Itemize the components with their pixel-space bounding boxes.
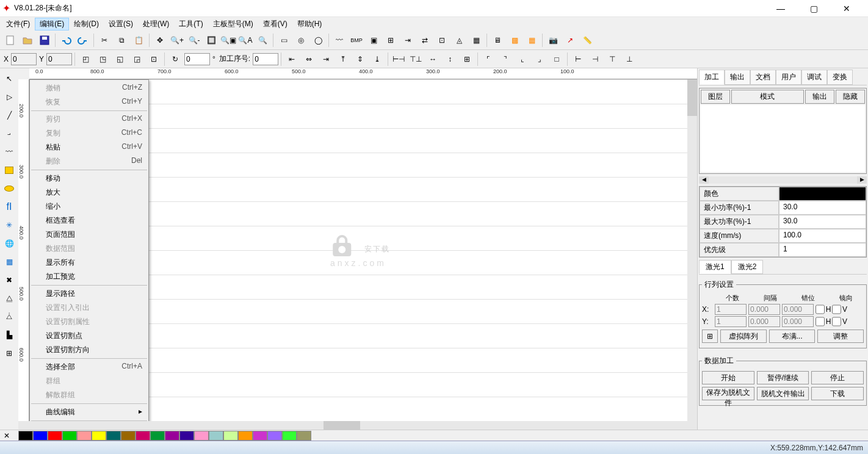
mirror-h-icon[interactable]: ⧋ [1, 290, 17, 306]
show-outline-icon[interactable]: ◯ [310, 32, 326, 48]
color-swatch[interactable] [92, 431, 106, 441]
line-tool-icon[interactable]: ╱ [1, 107, 17, 123]
tab-laser2[interactable]: 激光2 [731, 260, 764, 274]
node-edit-tool-icon[interactable]: ▷ [1, 89, 17, 105]
array-x-h-check[interactable] [816, 304, 825, 315]
ruler-icon[interactable]: 📏 [579, 32, 595, 48]
layer-tool-icon[interactable]: ▙ [1, 327, 17, 343]
zoom-out-icon[interactable]: 🔍- [186, 32, 202, 48]
rect-tool-icon[interactable] [1, 162, 17, 178]
optimize-icon[interactable]: ⊡ [434, 32, 450, 48]
select-tool-icon[interactable]: ↖ [1, 71, 17, 87]
color-swatch[interactable] [136, 431, 150, 441]
prop-value[interactable]: 1 [779, 243, 866, 257]
edge-left-icon[interactable]: ⊢ [570, 51, 586, 67]
menu-view[interactable]: 查看(V) [258, 18, 292, 31]
edge-right-icon[interactable]: ⊣ [587, 51, 603, 67]
array-y-h-check[interactable] [816, 316, 825, 327]
same-width-icon[interactable]: ↔ [425, 51, 441, 67]
array-tool-icon[interactable]: ⊞ [1, 345, 17, 361]
align-left-icon[interactable]: ⇤ [284, 51, 300, 67]
menu-process[interactable]: 处理(W) [138, 18, 174, 31]
maximize-button[interactable]: ▢ [805, 4, 823, 13]
tab-debug[interactable]: 调试 [801, 70, 827, 85]
edit-menu-item[interactable]: 页面范围 [31, 228, 147, 242]
menu-tools[interactable]: 工具(T) [174, 18, 208, 31]
order-input[interactable] [253, 53, 278, 65]
point-tool-icon[interactable]: ✳ [1, 217, 17, 233]
grid-tool-icon[interactable]: ▦ [1, 254, 17, 270]
color-swatch[interactable] [282, 431, 297, 441]
capture-tool-icon[interactable]: 🌐 [1, 236, 17, 251]
same-height-icon[interactable]: ↕ [442, 51, 458, 67]
zoom-select-icon[interactable]: 🔲 [203, 32, 219, 48]
edge-top-icon[interactable]: ⊤ [604, 51, 620, 67]
align-bottom-icon[interactable]: ⤓ [369, 51, 385, 67]
sim1-icon[interactable]: ▩ [507, 32, 523, 48]
color-swatch[interactable] [253, 431, 267, 441]
array-y-v-check[interactable] [832, 316, 841, 327]
coord-y-input[interactable] [46, 53, 72, 65]
corner-br-icon[interactable]: ⌟ [532, 51, 548, 67]
anchor-tl-icon[interactable]: ◰ [78, 51, 93, 67]
array-icon[interactable]: ▦ [468, 32, 484, 48]
edit-menu-item[interactable]: 移动 [31, 171, 147, 186]
adjust-button[interactable]: 调整 [817, 330, 864, 343]
anchor-bl-icon[interactable]: ◱ [112, 51, 128, 67]
output-offline-button[interactable]: 脱机文件输出 [757, 387, 809, 400]
erase-tool-icon[interactable]: ✖ [1, 272, 17, 288]
offset-icon[interactable]: ▣ [366, 32, 382, 48]
dist-h-icon[interactable]: ⊢⊣ [391, 51, 407, 67]
menu-board[interactable]: 主板型号(M) [208, 18, 258, 31]
prop-value[interactable]: 30.0 [779, 201, 866, 215]
array-x-count[interactable] [715, 304, 747, 315]
anchor-br-icon[interactable]: ◲ [129, 51, 145, 67]
prop-value[interactable] [779, 187, 866, 201]
menu-draw[interactable]: 绘制(D) [69, 18, 104, 31]
anchor-tr-icon[interactable]: ◳ [95, 51, 110, 67]
align-top-icon[interactable]: ⤒ [335, 51, 351, 67]
curve-icon[interactable]: 〰 [331, 32, 347, 48]
drawing-canvas[interactable]: 撤销Ctrl+Z恢复Ctrl+Y剪切Ctrl+X复制Ctrl+C粘贴Ctrl+V… [29, 79, 687, 421]
polyline-tool-icon[interactable]: ⨼ [1, 126, 17, 142]
color-swatch[interactable] [150, 431, 165, 441]
align-right-icon[interactable]: ⇥ [318, 51, 334, 67]
edit-menu-item[interactable]: 缩小 [31, 200, 147, 214]
edit-menu-item[interactable]: 加工预览 [31, 270, 147, 284]
zoom-page-icon[interactable]: 🔍▣ [220, 32, 236, 48]
align-hcenter-icon[interactable]: ⇔ [301, 51, 317, 67]
edit-menu-item[interactable]: 设置切割方向 [31, 343, 147, 357]
bmp-icon[interactable]: BMP [349, 32, 364, 48]
edit-menu-item[interactable]: 选择全部Ctrl+A [31, 360, 147, 374]
layer-table[interactable]: 图层 模式 输出 隐藏 [699, 88, 867, 174]
cut-icon[interactable]: ✂ [96, 32, 112, 48]
color-swatch[interactable] [33, 431, 48, 441]
color-swatch[interactable] [209, 431, 223, 441]
stop-button[interactable]: 停止 [811, 371, 864, 384]
mirror-v-icon[interactable]: ⧊ [1, 309, 17, 325]
corner-tr-icon[interactable]: ⌝ [497, 51, 513, 67]
corner-tl-icon[interactable]: ⌜ [480, 51, 496, 67]
menu-settings[interactable]: 设置(S) [104, 18, 138, 31]
color-swatch[interactable] [267, 431, 282, 441]
color-swatch[interactable] [18, 431, 33, 441]
minimize-button[interactable]: — [772, 4, 790, 13]
text-tool-icon[interactable]: fI [1, 199, 17, 215]
camera-icon[interactable]: 📷 [545, 32, 561, 48]
undo-icon[interactable] [58, 32, 74, 48]
edit-menu-item[interactable]: 设置切割点 [31, 329, 147, 343]
close-button[interactable]: ✕ [837, 4, 856, 13]
color-swatch[interactable] [121, 431, 136, 441]
prop-value[interactable]: 30.0 [779, 215, 866, 229]
menu-help[interactable]: 帮助(H) [292, 18, 327, 31]
lead-icon[interactable]: ⇥ [400, 32, 416, 48]
color-swatch[interactable] [238, 431, 253, 441]
new-file-icon[interactable] [2, 32, 18, 48]
tab-transform[interactable]: 变换 [827, 70, 853, 85]
same-size-icon[interactable]: ⊞ [459, 51, 475, 67]
array-grid-icon[interactable]: ⊞ [702, 330, 718, 343]
align-vcenter-icon[interactable]: ⇕ [352, 51, 368, 67]
redo-icon[interactable] [75, 32, 91, 48]
tab-laser1[interactable]: 激光1 [699, 260, 731, 274]
menu-edit[interactable]: 编辑(E) [35, 18, 69, 31]
